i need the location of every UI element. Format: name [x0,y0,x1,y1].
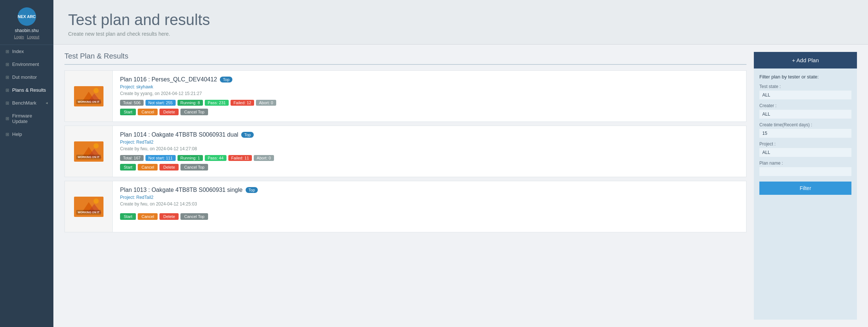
content-area: Test Plan & Results WORKING ON IT Plan 1… [53,45,868,327]
sidebar-item-help[interactable]: ⊞ Help [0,128,53,141]
login-link[interactable]: Login [14,35,24,39]
svg-point-11 [94,198,99,204]
stat-pass: Pass: 44 [205,155,226,161]
plan-thumbnail: WORKING ON IT [65,181,113,232]
plan-project: Project: RedTail2 [120,195,739,200]
plan-creator: Create by fwu, on 2024-04-12 14:25:03 [120,201,739,207]
plan-name-label: Plan name : [759,161,851,166]
plan-project: Project: skyhawk [120,84,739,89]
page-header: Test plan and results Create new test pl… [53,0,868,45]
plan-creator: Create by fwu, on 2024-04-12 14:27:08 [120,146,739,151]
plan-body: Plan 1014 : Oakgate 4TB8TB S0060931 dual… [113,126,746,177]
test-state-input[interactable] [759,91,851,99]
filter-title: Filter plan by tester or state: [759,74,851,80]
stat-not_start: Not start: 111 [145,155,176,161]
plan-thumbnail: WORKING ON IT [65,126,113,177]
action-cancel-button[interactable]: Cancel [138,213,158,220]
add-plan-button[interactable]: + Add Plan [754,52,857,68]
action-row: StartCancelDeleteCancel Top [120,109,739,115]
svg-point-3 [94,88,99,93]
sidebar-item-plans-results[interactable]: ⊞ Plans & Results [0,84,53,96]
plan-cards-container: WORKING ON IT Plan 1016 : Perses_QLC_DEV… [64,70,746,232]
sidebar-item-dut-monitor[interactable]: ⊞ Dut monitor [0,71,53,84]
plan-title-row: Plan 1013 : Oakgate 4TB8TB S0060931 sing… [120,187,739,193]
sidebar-item-label: Help [12,131,22,137]
stats-row: Total: 167Not start: 111Running: 1Pass: … [120,155,739,161]
sidebar-item-label: Environment [12,61,39,67]
stat-running: Running: 8 [178,100,203,106]
sidebar-item-label: Firmware Update [12,113,48,124]
action-cancel-button[interactable]: Cancel [138,109,158,115]
plan-thumbnail: WORKING ON IT [65,71,113,122]
action-cancel-top-button[interactable]: Cancel Top [180,213,208,220]
sidebar-item-benchmark[interactable]: ⊞ BenchMark ◂ [0,96,53,109]
page-title: Test plan and results [68,11,853,29]
logo-icon: NEX ARC [18,7,36,26]
create-time-input[interactable] [759,129,851,138]
project-label: Project : [759,141,851,147]
action-delete-button[interactable]: Delete [159,164,179,170]
action-row: StartCancelDeleteCancel Top [120,164,739,170]
plan-title-text: Plan 1014 : Oakgate 4TB8TB S0060931 dual [120,131,238,138]
plan-title-text: Plan 1016 : Perses_QLC_DEV40412 [120,76,217,83]
main-area: Test plan and results Create new test pl… [53,0,868,327]
action-row: StartCancelDeleteCancel Top [120,213,739,220]
top-badge: Top [220,77,232,82]
stat-running: Running: 1 [178,155,203,161]
action-start-button[interactable]: Start [120,164,136,170]
plan-body: Plan 1016 : Perses_QLC_DEV40412TopProjec… [113,71,746,122]
action-start-button[interactable]: Start [120,109,136,115]
svg-point-7 [94,143,99,148]
plan-title-row: Plan 1016 : Perses_QLC_DEV40412Top [120,76,739,83]
plan-card: WORKING ON IT Plan 1014 : Oakgate 4TB8TB… [64,126,746,177]
auth-links: Login Logout [14,35,39,39]
sidebar-item-label: Dut monitor [12,74,37,80]
action-cancel-top-button[interactable]: Cancel Top [180,164,208,170]
plan-card: WORKING ON IT Plan 1016 : Perses_QLC_DEV… [64,70,746,122]
grid-icon: ⊞ [6,101,9,106]
working-badge: WORKING ON IT [76,210,101,215]
sidebar-item-environment[interactable]: ⊞ Environment [0,58,53,71]
plan-icon: WORKING ON IT [74,86,103,106]
action-delete-button[interactable]: Delete [159,213,179,220]
sidebar-item-label: Index [12,49,24,54]
grid-icon: ⊞ [6,49,9,54]
plan-title-row: Plan 1014 : Oakgate 4TB8TB S0060931 dual… [120,131,739,138]
filter-button[interactable]: Filter [759,182,851,195]
working-badge: WORKING ON IT [76,99,101,104]
stat-not_start: Not start: 255 [145,100,176,106]
grid-icon: ⊞ [6,88,9,93]
action-start-button[interactable]: Start [120,213,136,220]
filter-panel: + Add Plan Filter plan by tester or stat… [754,52,857,320]
filter-box: Filter plan by tester or state: Test sta… [754,68,857,320]
logo-area: NEX ARC shaobin.shu Login Logout [0,4,53,45]
sidebar-item-firmware-update[interactable]: ⊞ Firmware Update [0,109,53,128]
grid-icon: ⊞ [6,62,9,67]
grid-icon: ⊞ [6,116,9,121]
plan-body: Plan 1013 : Oakgate 4TB8TB S0060931 sing… [113,181,746,232]
stat-failed: Failed: 11 [228,155,252,161]
test-state-label: Test state : [759,84,851,89]
stat-abort: Abort: 0 [256,100,276,106]
username: shaobin.shu [15,28,39,33]
top-badge: Top [241,132,254,138]
sidebar-item-label: Plans & Results [12,87,46,93]
plan-project: Project: RedTail2 [120,140,739,145]
plan-icon: WORKING ON IT [74,197,103,217]
stat-total: Total: 167 [120,155,144,161]
grid-icon: ⊞ [6,132,9,137]
action-cancel-top-button[interactable]: Cancel Top [180,109,208,115]
project-input[interactable] [759,148,851,157]
sidebar-item-index[interactable]: ⊞ Index [0,45,53,58]
action-delete-button[interactable]: Delete [159,109,179,115]
action-cancel-button[interactable]: Cancel [138,164,158,170]
sidebar-item-label: BenchMark [12,100,36,106]
section-title: Test Plan & Results [64,52,746,65]
plan-name-input[interactable] [759,167,851,176]
logout-link[interactable]: Logout [27,35,39,39]
stats-row: Total: 506Not start: 255Running: 8Pass: … [120,100,739,106]
plan-creator: Create by yyang, on 2024-04-12 15:21:27 [120,91,739,96]
create-time-label: Create time(Recent days) : [759,122,851,127]
creater-input[interactable] [759,110,851,119]
top-badge: Top [246,187,258,193]
